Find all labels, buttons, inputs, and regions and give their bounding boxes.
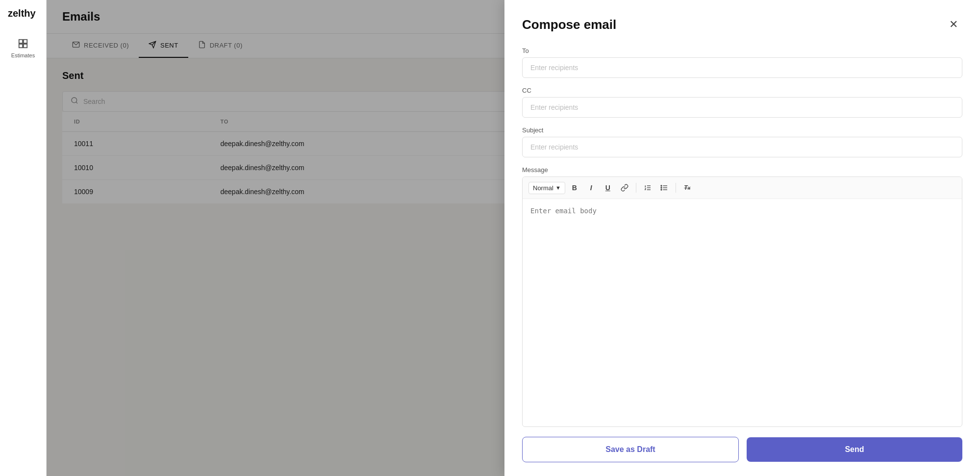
bold-button[interactable]: B: [567, 181, 582, 195]
svg-rect-2: [19, 44, 23, 48]
to-input[interactable]: [522, 57, 962, 78]
ordered-list-button[interactable]: [640, 181, 655, 195]
close-button[interactable]: ✕: [945, 16, 962, 33]
compose-actions: Save as Draft Send: [522, 437, 962, 462]
svg-rect-1: [24, 40, 27, 43]
clear-format-button[interactable]: Tx: [680, 181, 695, 195]
send-button[interactable]: Send: [747, 437, 962, 462]
link-button[interactable]: [617, 181, 632, 195]
toolbar: Normal ▼ B I U: [523, 177, 962, 199]
toolbar-divider-1: [636, 183, 636, 193]
svg-point-15: [661, 185, 662, 186]
svg-rect-0: [19, 40, 23, 43]
compose-title: Compose email: [522, 17, 616, 32]
message-label: Message: [522, 166, 962, 174]
rich-text-container: Normal ▼ B I U: [522, 176, 962, 427]
format-label: Normal: [533, 184, 553, 192]
format-select[interactable]: Normal ▼: [528, 182, 565, 194]
save-draft-button[interactable]: Save as Draft: [522, 437, 739, 462]
unordered-list-button[interactable]: [657, 181, 672, 195]
underline-button[interactable]: U: [601, 181, 615, 195]
compose-header: Compose email ✕: [522, 16, 962, 33]
cc-field-group: CC: [522, 87, 962, 118]
app-logo: zelthy: [0, 8, 36, 19]
svg-rect-3: [24, 44, 27, 48]
sidebar: zelthy Estimates: [0, 0, 47, 476]
subject-label: Subject: [522, 126, 962, 134]
cc-input[interactable]: [522, 97, 962, 118]
sidebar-item-estimates[interactable]: Estimates: [0, 31, 46, 64]
chevron-down-icon: ▼: [555, 185, 561, 191]
message-section: Message Normal ▼ B I U: [522, 166, 962, 427]
subject-field-group: Subject: [522, 126, 962, 157]
svg-point-17: [661, 189, 662, 190]
to-field-group: To: [522, 47, 962, 78]
grid-icon: [14, 37, 32, 50]
sidebar-item-label: Estimates: [11, 52, 35, 58]
cc-label: CC: [522, 87, 962, 94]
compose-panel: Compose email ✕ To CC Subject Message No…: [504, 0, 980, 476]
to-label: To: [522, 47, 962, 54]
toolbar-divider-2: [676, 183, 676, 193]
subject-input[interactable]: [522, 137, 962, 157]
svg-point-16: [661, 187, 662, 188]
email-body-input[interactable]: [523, 199, 962, 426]
italic-button[interactable]: I: [584, 181, 599, 195]
